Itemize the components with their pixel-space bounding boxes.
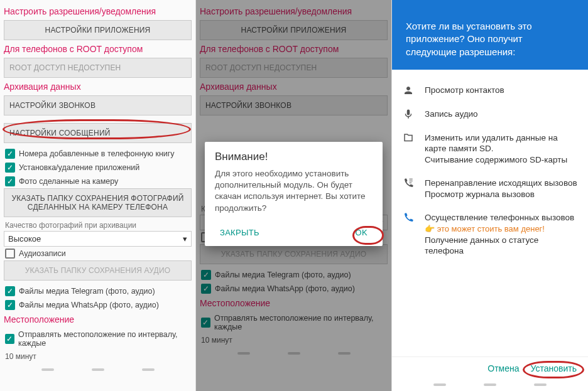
heading-location: Местоположение [4,314,192,324]
check-camera[interactable]: ✓Фото сделанные на камеру [4,174,192,188]
android-nav [392,381,588,391]
install-permissions-panel: Хотите ли вы установить это приложение? … [392,0,588,391]
app-settings-button[interactable]: НАСТРОЙКИ ПРИЛОЖЕНИЯ [4,20,192,40]
heading-permissions: Настроить разрешения/уведомления [4,6,192,16]
dialog-text: Для этого необходимо установить дополнит… [215,168,373,214]
check-icon-off: ✓ [5,249,15,259]
heading-archive: Архивация данных [4,82,192,92]
msg-settings-button[interactable]: НАСТРОЙКИ СООБЩЕНИЙ [4,123,192,143]
check-icon: ✓ [5,334,14,344]
perm-phone: Осуществление телефонных вызовов 👉 это м… [402,206,578,263]
check-icon: ✓ [5,163,15,173]
audio-folder-button: УКАЗАТЬ ПАПКУ СОХРАНЕНИЯ АУДИО [4,260,192,281]
interval-value[interactable]: 10 минут [5,352,190,361]
dialog-ok-button[interactable]: OK [351,224,373,241]
check-icon: ✓ [5,286,15,296]
check-contacts[interactable]: ✓Номера добавленные в телефонную книгу [4,147,192,161]
dialog-close-button[interactable]: ЗАКРЫТЬ [215,224,264,241]
heading-root: Для телефонов с ROOT доступом [4,44,192,54]
phone-icon [402,212,415,223]
check-audio[interactable]: ✓Аудиозаписи [4,247,192,260]
mic-icon [402,109,415,120]
person-icon [402,85,415,96]
perm-call-log: Перенаправление исходящих вызововПросмот… [402,171,578,206]
quality-label: Качество фотографий при архивации [5,221,192,230]
call-log-icon [402,178,415,189]
check-whatsapp[interactable]: ✓Файлы медиа WhatsApp (фото, аудио) [4,298,192,312]
check-icon: ✓ [5,300,15,310]
install-button[interactable]: Установить [531,363,577,373]
root-unavailable-button: ROOT ДОСТУП НЕДОСТУПЕН [4,58,192,78]
check-apps[interactable]: ✓Установка/удаление приложений [4,161,192,174]
perm-audio: Запись аудио [402,102,578,126]
call-settings-button[interactable]: НАСТРОЙКИ ЗВОНКОВ [4,95,192,115]
check-icon: ✓ [5,149,15,159]
android-nav [196,350,391,360]
settings-panel-left: Настроить разрешения/уведомления НАСТРОЙ… [0,0,196,391]
perm-sd: Изменить или удалить данные на карте пам… [402,126,578,172]
photo-folder-button[interactable]: УКАЗАТЬ ПАПКУ СОХРАНЕНИЯ ФОТОГРАФИЙ СДЕЛ… [4,188,192,217]
dialog-title: Внимание! [215,151,373,163]
chevron-down-icon: ▾ [183,234,187,244]
check-telegram[interactable]: ✓Файлы медиа Telegram (фото, аудио) [4,284,192,298]
install-cancel-button[interactable]: Отмена [487,363,519,373]
settings-panel-middle: Настроить разрешения/уведомления НАСТРОЙ… [196,0,392,391]
install-question: Хотите ли вы установить это приложение? … [392,0,588,70]
android-nav [0,366,195,376]
confirm-dialog: Внимание! Для этого необходимо установит… [205,142,383,246]
check-icon: ✓ [5,176,15,186]
check-location[interactable]: ✓Отправлять местоположение по интервалу,… [4,328,192,350]
folder-icon [402,132,415,144]
quality-select[interactable]: Высокое▾ [4,231,192,247]
perm-contacts: Просмотр контактов [402,78,578,102]
